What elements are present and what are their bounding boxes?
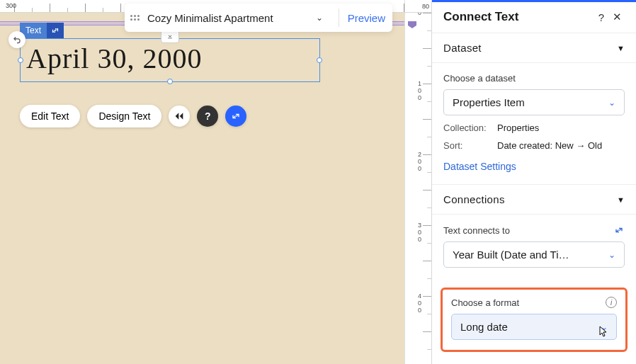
resize-handle-bottom[interactable]: [167, 79, 173, 84]
resize-handle-right[interactable]: [317, 57, 322, 63]
breadcrumb-bar: Cozy Minimalist Apartment ⌄ Preview: [125, 4, 392, 32]
caret-down-icon: ▼: [617, 195, 625, 204]
panel-header: Connect Text ? ✕: [432, 0, 636, 33]
resize-handle-left[interactable]: [18, 57, 23, 63]
info-icon[interactable]: i: [606, 297, 617, 308]
connect-data-button[interactable]: [225, 106, 246, 127]
help-button[interactable]: ?: [197, 106, 218, 127]
ruler-vertical-container: 80 0 100 200 300 400: [404, 0, 431, 364]
connections-section-header[interactable]: Connections ▼: [432, 185, 636, 215]
connects-to-dropdown[interactable]: Year Built (Date and Ti… ⌄: [443, 241, 625, 268]
dataset-settings-link[interactable]: Dataset Settings: [443, 161, 516, 172]
choose-format-label: Choose a format i: [451, 297, 617, 308]
format-dropdown[interactable]: Long date ⌄: [451, 314, 617, 340]
help-icon[interactable]: ?: [594, 11, 609, 23]
sort-row: Sort: Date created: New → Old: [443, 140, 625, 151]
dataset-section-body: Choose a dataset Properties Item ⌄ Colle…: [432, 63, 636, 185]
link-icon[interactable]: [613, 224, 625, 236]
edit-text-button[interactable]: Edit Text: [20, 105, 80, 127]
cursor-icon: [598, 326, 610, 339]
link-icon: [47, 23, 64, 38]
breadcrumb-title[interactable]: Cozy Minimalist Apartment: [147, 12, 309, 24]
chevron-down-icon[interactable]: ⌄: [316, 13, 323, 23]
panel-title: Connect Text: [443, 10, 594, 24]
collection-row: Collection: Properties: [443, 123, 625, 133]
close-icon[interactable]: ✕: [609, 11, 625, 23]
caret-down-icon: ▼: [617, 44, 625, 52]
connect-text-panel: Connect Text ? ✕ Dataset ▼ Choose a data…: [431, 0, 636, 364]
undo-icon: [12, 35, 22, 45]
ruler-vertical: 0 100 200 300 400: [405, 13, 431, 364]
choose-dataset-label: Choose a dataset: [443, 73, 625, 84]
animation-button[interactable]: [169, 106, 190, 127]
chevron-down-icon: ⌄: [608, 250, 615, 260]
undo-button[interactable]: [8, 31, 25, 48]
ruler-corner: 80: [405, 0, 431, 13]
connections-section-body: Text connects to Year Built (Date and Ti…: [432, 215, 636, 279]
text-connects-label: Text connects to: [443, 224, 625, 236]
divider: [339, 8, 339, 27]
drag-handle-icon[interactable]: [129, 15, 140, 21]
selection-badge: Text: [20, 23, 64, 38]
text-content: April 30, 2000: [21, 39, 319, 78]
link-icon: [230, 110, 242, 122]
double-chevron-icon: [174, 112, 185, 120]
dataset-section-header[interactable]: Dataset ▼: [432, 33, 636, 63]
design-text-button[interactable]: Design Text: [87, 105, 161, 127]
text-element-selected[interactable]: Text April 30, 2000: [20, 38, 320, 82]
editor-canvas[interactable]: 300 Cozy Minimalist Apartment ⌄ Preview …: [0, 0, 404, 364]
dataset-dropdown[interactable]: Properties Item ⌄: [443, 89, 625, 115]
question-icon: ?: [205, 110, 211, 122]
preview-link[interactable]: Preview: [348, 12, 385, 24]
download-icon: [166, 33, 174, 40]
chevron-down-icon: ⌄: [608, 98, 615, 108]
format-highlight-box: Choose a format i Long date ⌄: [441, 288, 628, 352]
floating-toolbar: Edit Text Design Text ?: [20, 105, 246, 127]
